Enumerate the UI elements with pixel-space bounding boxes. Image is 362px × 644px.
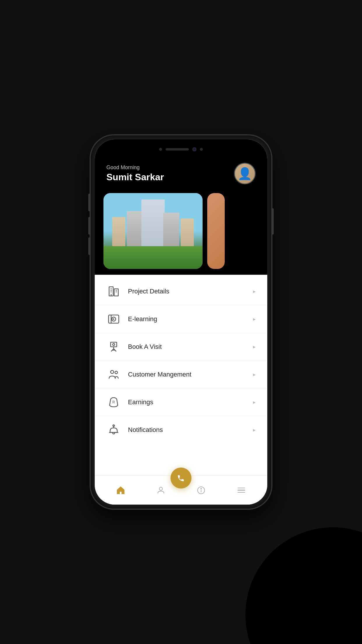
home-icon <box>115 485 126 496</box>
phone-device: Good Morning Sumit Sarkar <box>91 135 271 509</box>
notch-dot-left <box>159 148 162 151</box>
menu-label-customer-mgmt: Customer Mangement <box>128 371 253 378</box>
svg-marker-10 <box>113 318 115 320</box>
home-svg <box>116 486 125 495</box>
building-left <box>127 211 143 246</box>
svg-point-26 <box>201 488 202 489</box>
chevron-earnings: ▸ <box>253 399 256 405</box>
svg-point-19 <box>115 371 117 374</box>
menu-line-3 <box>238 492 245 493</box>
menu-item-notifications[interactable]: Notifications ▸ <box>95 416 267 444</box>
profile-svg <box>156 486 166 495</box>
svg-text:R: R <box>113 400 115 404</box>
camera-tripod-svg <box>108 341 120 353</box>
svg-point-13 <box>113 344 115 346</box>
menu-line-1 <box>238 488 245 489</box>
menu-item-elearning[interactable]: E-learning ▸ <box>95 305 267 333</box>
bell-icon <box>106 423 121 437</box>
building-far-left <box>112 217 125 246</box>
tab-menu[interactable] <box>221 485 261 496</box>
menu-item-book-visit[interactable]: Book A Visit ▸ <box>95 333 267 361</box>
avatar[interactable] <box>234 163 256 184</box>
avatar-image <box>235 164 255 183</box>
svg-point-23 <box>159 487 163 490</box>
fab-container <box>171 468 191 489</box>
profile-icon <box>156 485 166 496</box>
people-svg <box>108 368 120 381</box>
page-wrapper: Good Morning Sumit Sarkar <box>0 0 362 644</box>
chevron-project-details: ▸ <box>253 288 256 295</box>
bell-svg <box>108 424 120 436</box>
menu-line-2 <box>238 490 245 491</box>
menu-lines <box>238 488 245 493</box>
chevron-book-visit: ▸ <box>253 344 256 350</box>
property-card-peek[interactable] <box>207 193 225 269</box>
property-card-main[interactable] <box>103 193 203 269</box>
building-svg <box>108 285 120 298</box>
chevron-customer-mgmt: ▸ <box>253 371 256 378</box>
call-fab-button[interactable] <box>171 468 191 489</box>
svg-point-22 <box>113 425 114 426</box>
phone-icon <box>176 473 186 483</box>
building-far-right <box>181 218 194 246</box>
phone-screen: Good Morning Sumit Sarkar <box>95 139 267 505</box>
camera-tripod-icon <box>106 340 121 354</box>
carousel-container <box>95 193 267 269</box>
menu-item-customer-mgmt[interactable]: Customer Mangement ▸ <box>95 361 267 388</box>
video-svg <box>108 313 120 325</box>
menu-label-earnings: Earnings <box>128 398 253 406</box>
people-icon <box>106 367 121 382</box>
hamburger-icon <box>236 485 247 496</box>
tab-bar <box>95 475 267 505</box>
building-center <box>141 200 165 246</box>
building-right <box>163 213 179 246</box>
menu-label-notifications: Notifications <box>128 426 253 434</box>
property-image-main <box>103 193 203 269</box>
user-name: Sumit Sarkar <box>106 172 164 183</box>
status-bar <box>95 139 267 157</box>
money-svg: R <box>108 396 120 408</box>
svg-point-18 <box>111 370 114 374</box>
tab-home[interactable] <box>101 485 141 496</box>
carousel-area <box>95 193 267 275</box>
camera-dot <box>192 147 196 151</box>
notch-pill <box>166 148 189 150</box>
menu-content: Project Details ▸ E-learning ▸ <box>95 275 267 475</box>
header: Good Morning Sumit Sarkar <box>95 157 267 193</box>
ground <box>103 246 203 269</box>
chevron-notifications: ▸ <box>253 427 256 433</box>
svg-rect-12 <box>111 342 117 347</box>
menu-item-project-details[interactable]: Project Details ▸ <box>95 278 267 305</box>
svg-rect-1 <box>114 289 118 296</box>
menu-item-earnings[interactable]: R Earnings ▸ <box>95 388 267 416</box>
menu-label-project-details: Project Details <box>128 288 253 295</box>
menu-label-book-visit: Book A Visit <box>128 343 253 351</box>
money-icon: R <box>106 395 121 410</box>
video-icon <box>106 312 121 326</box>
building-icon <box>106 284 121 299</box>
info-svg <box>196 486 206 495</box>
greeting-text: Good Morning <box>106 164 164 171</box>
info-icon <box>196 485 206 496</box>
notch-dot-right <box>200 148 203 151</box>
header-text: Good Morning Sumit Sarkar <box>106 164 164 183</box>
menu-label-elearning: E-learning <box>128 315 253 323</box>
notch <box>149 144 213 155</box>
chevron-elearning: ▸ <box>253 316 256 322</box>
